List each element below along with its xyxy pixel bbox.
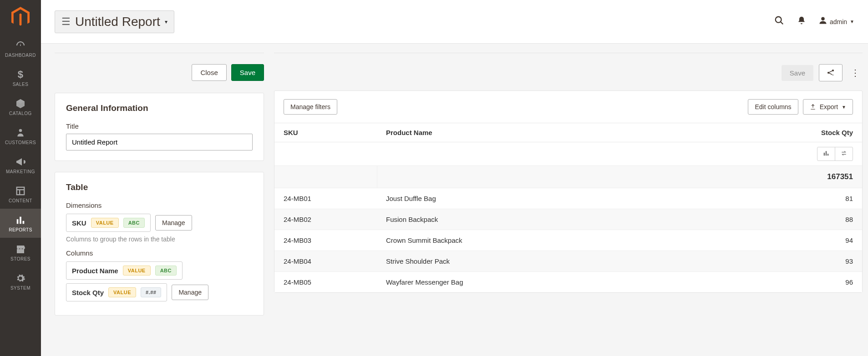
dimension-chip[interactable]: SKU VALUE ABC	[66, 214, 151, 232]
admin-sidebar: DASHBOARD$SALESCATALOGCUSTOMERSMARKETING…	[0, 0, 41, 356]
cell-sku: 24-MB01	[274, 188, 377, 209]
reports-icon	[15, 215, 25, 226]
svg-rect-5	[20, 216, 21, 224]
sidebar-item-marketing[interactable]: MARKETING	[0, 150, 41, 180]
user-caret-icon: ▼	[850, 19, 854, 24]
cell-qty: 88	[757, 209, 862, 230]
sidebar-item-reports[interactable]: REPORTS	[0, 209, 41, 238]
sidebar-item-label: STORES	[10, 256, 30, 261]
column-chip[interactable]: Product Name VALUE ABC	[66, 261, 183, 280]
svg-rect-6	[23, 221, 25, 223]
title-caret-icon: ▾	[165, 19, 168, 25]
summary-sku	[274, 166, 377, 188]
table-config-panel: Table Dimensions SKU VALUE ABC Manage Co…	[55, 172, 264, 316]
manage-columns-button[interactable]: Manage	[172, 285, 208, 300]
dimension-row: SKU VALUE ABC Manage	[66, 214, 253, 232]
svg-rect-15	[824, 153, 825, 155]
svg-rect-17	[827, 154, 828, 155]
dimension-name: SKU	[72, 219, 86, 227]
megaphone-icon	[15, 156, 26, 167]
sidebar-item-label: DASHBOARD	[5, 53, 36, 58]
value-tag: VALUE	[108, 287, 136, 297]
hamburger-icon: ☰	[61, 16, 71, 28]
user-name: admin	[830, 18, 847, 25]
column-row: Stock Qty VALUE #.## Manage	[66, 283, 253, 301]
table-row[interactable]: 24-MB05Wayfarer Messenger Bag96	[274, 272, 862, 293]
column-header-sku[interactable]: SKU	[274, 123, 377, 142]
column-row: Product Name VALUE ABC	[66, 261, 253, 280]
content-area: Close Save General Information Title Tab…	[41, 44, 868, 356]
title-input[interactable]	[66, 134, 253, 150]
svg-rect-16	[826, 151, 827, 155]
report-title: Untitled Report	[75, 15, 160, 29]
title-field-label: Title	[66, 122, 253, 130]
general-info-panel: General Information Title	[55, 93, 264, 161]
svg-line-14	[829, 73, 832, 75]
dashboard-icon	[15, 40, 26, 51]
svg-rect-1	[17, 187, 25, 195]
save-button[interactable]: Save	[231, 64, 264, 81]
table-row[interactable]: 24-MB03Crown Summit Backpack94	[274, 230, 862, 251]
sidebar-item-content[interactable]: CONTENT	[0, 180, 41, 209]
svg-rect-4	[17, 219, 19, 224]
cell-qty: 81	[757, 188, 862, 209]
summary-name	[377, 166, 757, 188]
sidebar-item-catalog[interactable]: CATALOG	[0, 92, 41, 121]
sidebar-item-system[interactable]: SYSTEM	[0, 267, 41, 296]
value-tag: VALUE	[91, 218, 119, 228]
report-title-dropdown[interactable]: ☰ Untitled Report ▾	[55, 10, 174, 33]
user-menu[interactable]: admin ▼	[819, 16, 854, 27]
more-menu-icon[interactable]: ⋮	[848, 67, 863, 78]
cell-name: Wayfarer Messenger Bag	[377, 272, 757, 293]
topbar-right: admin ▼	[774, 15, 854, 28]
data-toolbar: Manage filters Edit columns Export ▼	[274, 91, 862, 123]
manage-filters-button[interactable]: Manage filters	[284, 99, 337, 115]
notifications-icon[interactable]	[797, 16, 806, 27]
save-disabled-button: Save	[782, 65, 813, 81]
column-chip[interactable]: Stock Qty VALUE #.##	[66, 283, 167, 301]
sidebar-item-sales[interactable]: $SALES	[0, 63, 41, 92]
summary-qty: 167351	[757, 166, 862, 188]
column-header-name[interactable]: Product Name	[377, 123, 757, 142]
svg-point-7	[776, 17, 782, 23]
magento-logo[interactable]	[0, 0, 41, 34]
swap-view-icon[interactable]	[835, 147, 853, 160]
svg-line-13	[829, 71, 832, 72]
sidebar-item-stores[interactable]: STORES	[0, 238, 41, 267]
cell-sku: 24-MB02	[274, 209, 377, 230]
close-button[interactable]: Close	[192, 64, 226, 81]
type-tag: #.##	[141, 287, 161, 297]
column-header-qty[interactable]: Stock Qty	[757, 123, 862, 142]
sidebar-item-dashboard[interactable]: DASHBOARD	[0, 34, 41, 63]
table-row[interactable]: 24-MB02Fusion Backpack88	[274, 209, 862, 230]
summary-row: 167351	[274, 166, 862, 188]
share-button[interactable]	[819, 64, 843, 81]
chart-view-icon[interactable]	[817, 147, 835, 160]
table-row[interactable]: 24-MB04Strive Shoulder Pack93	[274, 251, 862, 272]
cell-name: Crown Summit Backpack	[377, 230, 757, 251]
cell-sku: 24-MB03	[274, 230, 377, 251]
export-label: Export	[820, 103, 838, 110]
dimensions-hint: Columns to group the rows in the table	[66, 236, 253, 243]
view-toggle[interactable]	[817, 147, 853, 161]
sidebar-item-customers[interactable]: CUSTOMERS	[0, 121, 41, 150]
column-name: Product Name	[72, 267, 118, 275]
svg-line-8	[781, 22, 783, 25]
manage-dimensions-button[interactable]: Manage	[155, 215, 192, 231]
column-name: Stock Qty	[72, 289, 104, 296]
sidebar-item-label: CUSTOMERS	[5, 140, 36, 145]
avatar-icon	[819, 16, 827, 27]
search-icon[interactable]	[774, 15, 784, 28]
edit-columns-button[interactable]: Edit columns	[748, 99, 798, 115]
export-button[interactable]: Export ▼	[803, 99, 853, 115]
cell-sku: 24-MB05	[274, 272, 377, 293]
table-row[interactable]: 24-MB01Joust Duffle Bag81	[274, 188, 862, 209]
export-caret-icon: ▼	[842, 105, 846, 110]
sidebar-item-label: SYSTEM	[10, 286, 30, 291]
cell-name: Fusion Backpack	[377, 209, 757, 230]
sidebar-item-label: REPORTS	[9, 227, 32, 232]
data-header-actions: Save ⋮	[274, 53, 863, 81]
cell-qty: 96	[757, 272, 862, 293]
sidebar-item-label: MARKETING	[6, 169, 35, 174]
cell-name: Joust Duffle Bag	[377, 188, 757, 209]
